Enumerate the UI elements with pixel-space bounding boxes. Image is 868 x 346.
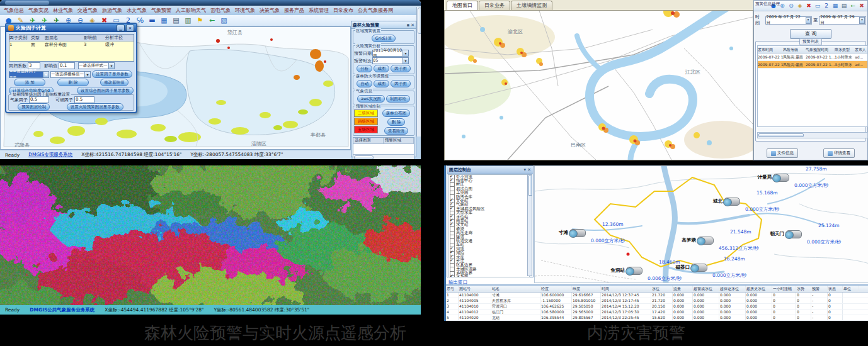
grade-button[interactable]: 因子图 bbox=[391, 80, 411, 87]
toolbar-icon[interactable]: ▥ bbox=[183, 16, 193, 25]
layer-tree-item[interactable]: 水系面 bbox=[448, 276, 529, 277]
delete-button[interactable]: 删 除 bbox=[57, 79, 89, 86]
set-warning-params-button[interactable]: 设置火险预警图层显示参数 bbox=[67, 103, 123, 111]
toolbar-icon[interactable]: ← bbox=[849, 2, 857, 9]
draw-warning-layer-button[interactable]: 预警图层绘制 bbox=[18, 103, 50, 111]
gauge-cylinder-icon[interactable] bbox=[569, 229, 586, 237]
menu-item[interactable]: 气象信息 bbox=[4, 7, 24, 14]
close-icon[interactable]: ✕ bbox=[126, 25, 134, 31]
status-system-link[interactable]: DMGIS公共气象服务业务系统 bbox=[30, 307, 94, 313]
toolbar-icon[interactable]: ▭ bbox=[814, 2, 821, 9]
set-layer-params-button[interactable]: 设置综合图层因子显示参数 bbox=[77, 87, 134, 94]
file-info-button[interactable]: 文件信息 bbox=[767, 148, 798, 158]
toolbar-icon[interactable]: ▤ bbox=[840, 2, 848, 9]
dialog-titlebar[interactable]: 火险因子计算 ▁ ✕ bbox=[6, 24, 136, 32]
analysis-button[interactable]: 因子图 bbox=[391, 65, 411, 72]
toolbar-icon[interactable]: ✖ bbox=[858, 2, 865, 9]
warning-table[interactable]: 发布时间风险等级气象预报时间降水类型发布人 2009-07-22 1...风险高… bbox=[757, 45, 868, 127]
menu-item[interactable]: 日常发布 bbox=[333, 7, 353, 14]
flood-street-map[interactable]: 渝北区江北区巴南区 bbox=[444, 10, 753, 160]
fuel-factor-input[interactable]: 0.5 bbox=[74, 96, 94, 103]
gauge-cylinder-icon[interactable] bbox=[626, 267, 642, 275]
weather-button[interactable]: 制图标绘 bbox=[386, 95, 410, 103]
grade-button[interactable]: 成图 bbox=[374, 80, 389, 87]
minimize-icon[interactable]: ▁ bbox=[117, 25, 125, 31]
scroll-thumb[interactable] bbox=[758, 133, 804, 137]
warn-date-select[interactable]: 2011年08月10日▾ bbox=[372, 50, 409, 57]
style-select[interactable]: 一请选择样式一▾ bbox=[78, 62, 115, 69]
factor-select[interactable]: ==请选择因子==▾ bbox=[9, 71, 49, 78]
pin-icon[interactable]: ▪ bbox=[406, 23, 409, 28]
toolbar-icon[interactable]: ⊖ bbox=[787, 2, 795, 9]
set-factor-display-button[interactable]: 设置因子显示参数 bbox=[92, 70, 132, 78]
warning-region-list[interactable]: 选择图形 预警区域 bbox=[353, 137, 414, 159]
menu-item[interactable]: 气象实况 bbox=[28, 7, 49, 14]
factor-table[interactable]: 因子类别类型图层名影响值分析半径 1面森林分布图3缓冲 bbox=[9, 34, 134, 62]
gauge-cylinder-icon[interactable] bbox=[691, 264, 707, 272]
station-map[interactable]: 27.758m 计量局 0.000立方米/秒 15.168m 城北 0.000立… bbox=[534, 165, 868, 283]
menu-item[interactable]: 环境气象 bbox=[235, 7, 255, 14]
toolbar-icon[interactable]: ▤ bbox=[171, 16, 181, 25]
weather-button[interactable]: aws实况图 bbox=[357, 95, 385, 103]
modify-impact-button[interactable]: 修改影响值 bbox=[100, 79, 128, 86]
menu-item[interactable]: 决策气象 bbox=[260, 7, 280, 14]
menu-item[interactable]: 林业气象 bbox=[53, 7, 73, 14]
toolbar-icon[interactable]: ← bbox=[207, 16, 217, 25]
collapse-icon[interactable]: ▾ bbox=[524, 167, 527, 172]
toolbar-icon[interactable]: ▦ bbox=[159, 16, 169, 25]
gauge-cylinder-icon[interactable] bbox=[724, 198, 740, 206]
query-button[interactable]: 查 询 bbox=[790, 29, 831, 39]
analysis-button[interactable]: 分析 bbox=[357, 65, 372, 72]
toolbar-icon[interactable]: ✖ bbox=[805, 2, 813, 9]
add-button[interactable]: 添 加 bbox=[14, 79, 45, 86]
tab-soil-moisture[interactable]: 土壤墒情监测 bbox=[511, 1, 552, 10]
gauge-cylinder-icon[interactable] bbox=[785, 230, 802, 238]
warning-row[interactable]: 2009-07-22 1...风险高:暴雨2009-07-22 1...3小时降… bbox=[758, 61, 867, 69]
layer-checkbox[interactable] bbox=[450, 275, 455, 277]
menu-item[interactable]: 人工影响天气 bbox=[176, 7, 206, 14]
toolbar-icon[interactable]: 2 bbox=[823, 2, 830, 9]
menu-item[interactable]: 雷电气象 bbox=[210, 7, 231, 14]
close-icon[interactable]: ✕ bbox=[411, 23, 414, 28]
table-row[interactable]: 1面森林分布图3缓冲 bbox=[9, 42, 134, 48]
detail-view-button[interactable]: 详情查看 bbox=[823, 148, 855, 158]
grid-calc-button[interactable]: Grid计算 bbox=[372, 35, 396, 42]
analysis-button[interactable]: 成图 bbox=[374, 65, 389, 72]
menu-item[interactable]: 公共气象服务网 bbox=[358, 7, 393, 14]
menu-item[interactable]: 系统管理 bbox=[309, 7, 329, 14]
scroll-thumb[interactable] bbox=[418, 8, 421, 34]
menu-item[interactable]: 旅游气象 bbox=[102, 7, 122, 14]
station-data-table[interactable]: 序号测站号站名经度纬度时间水位流量超警戒水位超保证水位超历史水位一小时涨幅水势预… bbox=[446, 284, 868, 321]
raster-select[interactable]: 一请选择栅格值一▾ bbox=[50, 71, 91, 78]
scroll-thumb[interactable] bbox=[528, 176, 532, 196]
gauge-cylinder-icon[interactable] bbox=[697, 237, 714, 245]
menu-item[interactable]: 交通气象 bbox=[77, 7, 98, 14]
grade-button[interactable]: 自动 bbox=[357, 80, 372, 87]
toolbar-icon[interactable]: ◈ bbox=[796, 2, 804, 9]
date-from-picker[interactable]: 2009 年 07 月 22 日▾ bbox=[765, 16, 813, 25]
toolbar-icon[interactable]: ▧ bbox=[219, 16, 229, 25]
draw-button[interactable]: 森林分布图 bbox=[382, 109, 411, 117]
horizontal-scrollbar[interactable] bbox=[353, 154, 414, 159]
status-system-link[interactable]: DMGIS专项服务系统 bbox=[28, 152, 72, 158]
gauge-cylinder-icon[interactable] bbox=[773, 174, 789, 182]
panel-vertical-scrollbar[interactable] bbox=[416, 7, 421, 137]
menu-item[interactable]: 水文气象 bbox=[127, 7, 147, 14]
impact-input[interactable]: 0.1 bbox=[59, 62, 75, 69]
horizontal-scrollbar[interactable] bbox=[757, 132, 868, 138]
tab-map-window[interactable]: 地图窗口 bbox=[447, 1, 478, 10]
scroll-thumb[interactable] bbox=[354, 155, 374, 159]
remote-sensing-image[interactable] bbox=[0, 165, 421, 305]
toolbar-icon[interactable]: ▬ bbox=[147, 16, 157, 25]
warning-row[interactable]: 2009-07-22 1...风险高:暴雨2009-07-22 1...1小时降… bbox=[758, 53, 867, 61]
warn-time-select[interactable]: 05▾ bbox=[372, 57, 409, 64]
tab-daily-business[interactable]: 日常业务 bbox=[479, 1, 510, 10]
toolbar-icon[interactable]: ▦ bbox=[831, 2, 839, 9]
close-icon[interactable]: ✕ bbox=[527, 167, 531, 172]
menu-item[interactable]: 气象预警 bbox=[151, 7, 171, 14]
layer-scrollbar[interactable] bbox=[527, 174, 532, 276]
toolbar-icon[interactable]: ⚑ bbox=[195, 16, 205, 25]
date-to-picker[interactable]: 2009 年 07 月 29 日▾ bbox=[819, 16, 866, 25]
menu-item[interactable]: 服务产品 bbox=[284, 7, 304, 14]
weather-factor-input[interactable]: 0.5 bbox=[29, 96, 49, 103]
